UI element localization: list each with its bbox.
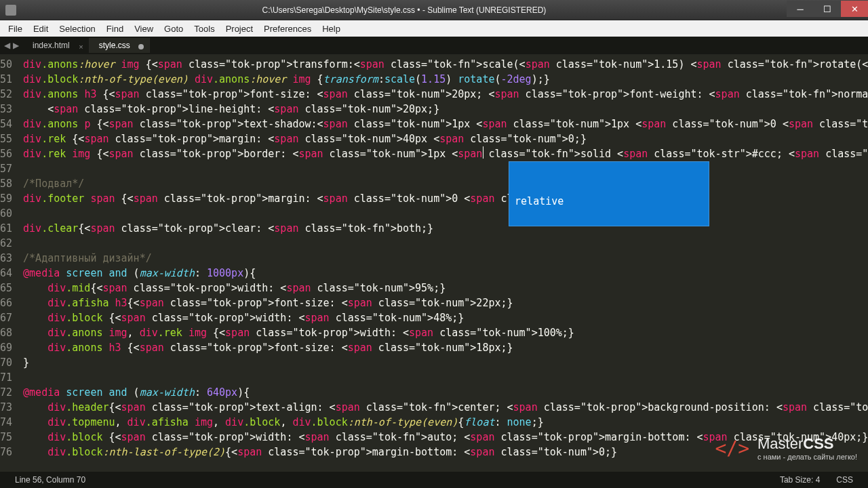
tab-label: index.html xyxy=(33,41,70,50)
window-controls: ─ ☐ ✕ xyxy=(787,3,868,17)
menu-project[interactable]: Project xyxy=(220,22,258,35)
nav-forward-icon[interactable]: ▶ xyxy=(13,41,19,50)
menu-edit[interactable]: Edit xyxy=(28,22,54,35)
window-titlebar: C:\Users\Serega\Desktop\MySite\style.css… xyxy=(0,0,868,20)
menu-selection[interactable]: Selection xyxy=(54,22,100,35)
tab-bar: ◀ ▶ index.html × style.css xyxy=(0,37,868,54)
status-tab-size[interactable]: Tab Size: 4 xyxy=(772,475,828,485)
line-number-gutter: 50 51 52 53 54 55 56 57 58 59 60 61 62 6… xyxy=(0,54,18,466)
status-cursor-pos[interactable]: Line 56, Column 70 xyxy=(7,475,94,485)
nav-back-icon[interactable]: ◀ xyxy=(4,41,10,50)
editor: 50 51 52 53 54 55 56 57 58 59 60 61 62 6… xyxy=(0,54,868,466)
status-bar: Line 56, Column 70 Tab Size: 4 CSS xyxy=(0,472,868,488)
menu-help[interactable]: Help xyxy=(317,22,346,35)
dirty-indicator-icon xyxy=(138,44,144,49)
close-icon[interactable]: × xyxy=(79,43,83,51)
menu-bar: File Edit Selection Find View Goto Tools… xyxy=(0,20,868,37)
app-icon xyxy=(5,5,16,16)
minimize-button[interactable]: ─ xyxy=(787,1,814,17)
tab-history-nav: ◀ ▶ xyxy=(0,41,23,50)
autocomplete-popup[interactable]: relative xyxy=(509,161,709,226)
autocomplete-item[interactable]: relative xyxy=(509,192,709,211)
maximize-button[interactable]: ☐ xyxy=(814,1,841,17)
text-caret xyxy=(483,146,484,159)
close-button[interactable]: ✕ xyxy=(841,1,868,17)
menu-goto[interactable]: Goto xyxy=(159,22,189,35)
menu-preferences[interactable]: Preferences xyxy=(258,22,317,35)
menu-tools[interactable]: Tools xyxy=(189,22,220,35)
menu-find[interactable]: Find xyxy=(101,22,129,35)
tab-label: style.css xyxy=(99,41,130,50)
menu-file[interactable]: File xyxy=(3,22,28,35)
code-area[interactable]: div.anons:hover img {<span class="tok-pr… xyxy=(18,54,868,466)
tab-index-html[interactable]: index.html × xyxy=(23,38,90,53)
window-title: C:\Users\Serega\Desktop\MySite\style.css… xyxy=(22,5,787,15)
status-syntax[interactable]: CSS xyxy=(828,475,861,485)
menu-view[interactable]: View xyxy=(129,22,159,35)
tab-style-css[interactable]: style.css xyxy=(90,38,150,53)
